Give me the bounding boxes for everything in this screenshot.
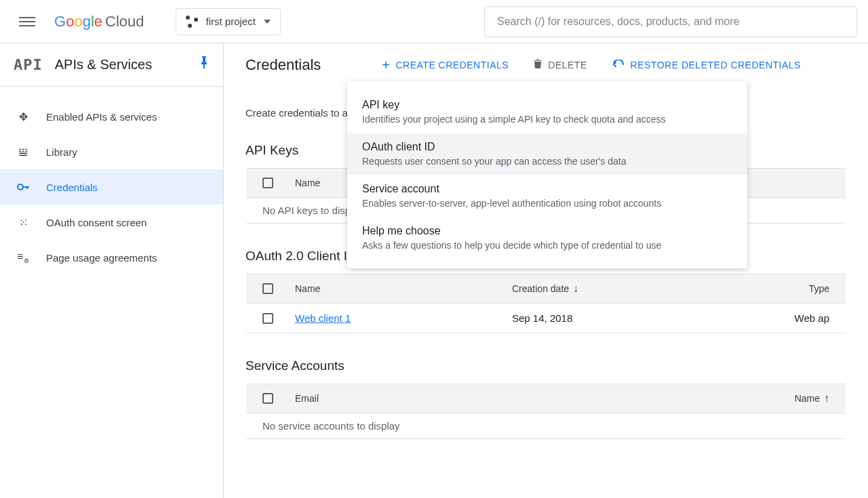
col-type[interactable]: Type: [809, 283, 829, 294]
pin-icon[interactable]: [199, 56, 210, 73]
google-cloud-logo[interactable]: Google Cloud: [54, 13, 144, 30]
sidebar-title: APIs & Services: [55, 57, 186, 72]
sort-desc-icon: ↓: [573, 283, 578, 294]
oauth-client-link[interactable]: Web client 1: [295, 312, 351, 324]
col-date[interactable]: Creation date↓: [512, 283, 715, 295]
consent-icon: ⁙: [16, 216, 30, 229]
trash-icon: [533, 58, 542, 72]
diamond-icon: ✥: [16, 110, 30, 123]
dropdown-api-key[interactable]: API key Identifies your project using a …: [347, 91, 747, 133]
caret-down-icon: [264, 20, 271, 24]
nav-library[interactable]: 𝍎 Library: [0, 134, 223, 169]
undo-icon: [612, 58, 625, 72]
table-row[interactable]: Web client 1 Sep 14, 2018 Web ap: [246, 304, 846, 333]
page-title: Credentials: [245, 56, 321, 74]
service-table: Email Name↑ No service accounts to displ…: [245, 383, 846, 440]
main-content: Credentials + CREATE CREDENTIALS DELETE: [224, 43, 868, 498]
nav-agreements[interactable]: ≡⚙ Page usage agreements: [0, 240, 223, 275]
search-placeholder: Search (/) for resources, docs, products…: [497, 16, 739, 28]
dropdown-help-choose[interactable]: Help me choose Asks a few questions to h…: [347, 217, 747, 259]
library-icon: 𝍎: [16, 146, 30, 159]
select-all-checkbox[interactable]: [262, 393, 273, 404]
project-selector[interactable]: first project: [176, 8, 281, 35]
delete-button[interactable]: DELETE: [533, 58, 587, 72]
service-empty: No service accounts to display: [246, 413, 846, 439]
api-logo: API: [14, 56, 43, 73]
service-header: Email Name↑: [246, 383, 846, 413]
sidebar-header: API APIs & Services: [0, 43, 223, 87]
sidebar: API APIs & Services ✥ Enabled APIs & ser…: [0, 43, 224, 498]
nav-enabled-apis[interactable]: ✥ Enabled APIs & services: [0, 99, 223, 134]
dropdown-service-account[interactable]: Service account Enables server-to-server…: [347, 175, 747, 217]
row-checkbox[interactable]: [262, 313, 273, 324]
sidebar-nav: ✥ Enabled APIs & services 𝍎 Library Cred…: [0, 87, 223, 275]
client-type: Web ap: [795, 312, 829, 324]
col-name[interactable]: Name: [295, 283, 512, 294]
create-credentials-dropdown: API key Identifies your project using a …: [347, 81, 747, 268]
nav-oauth-consent[interactable]: ⁙ OAuth consent screen: [0, 205, 223, 240]
col-email[interactable]: Email: [295, 393, 702, 404]
dropdown-oauth-client[interactable]: OAuth client ID Requests user consent so…: [347, 133, 747, 175]
search-input[interactable]: Search (/) for resources, docs, products…: [484, 6, 857, 37]
svg-point-0: [18, 184, 23, 190]
page-header: Credentials + CREATE CREDENTIALS DELETE: [245, 43, 846, 87]
topbar: Google Cloud first project Search (/) fo…: [0, 0, 868, 43]
nav-credentials[interactable]: Credentials: [0, 169, 223, 205]
sort-asc-icon: ↑: [824, 392, 829, 404]
service-accounts-title: Service Accounts: [245, 358, 846, 373]
create-credentials-button[interactable]: + CREATE CREDENTIALS: [382, 58, 509, 72]
oauth-header: Name Creation date↓ Type: [246, 274, 846, 304]
project-name: first project: [206, 16, 256, 27]
creation-date: Sep 14, 2018: [512, 312, 715, 324]
select-all-checkbox[interactable]: [262, 283, 273, 294]
select-all-checkbox[interactable]: [262, 178, 273, 188]
key-icon: [16, 181, 30, 193]
hamburger-menu-icon[interactable]: [11, 5, 43, 38]
plus-icon: +: [382, 58, 390, 72]
header-actions: + CREATE CREDENTIALS DELETE RESTORE DELE…: [382, 58, 801, 72]
project-icon: [186, 16, 198, 28]
col-name[interactable]: Name↑: [795, 392, 829, 404]
restore-button[interactable]: RESTORE DELETED CREDENTIALS: [612, 58, 801, 72]
oauth-table: Name Creation date↓ Type Web client 1 Se…: [245, 273, 846, 334]
list-gear-icon: ≡⚙: [16, 251, 30, 264]
